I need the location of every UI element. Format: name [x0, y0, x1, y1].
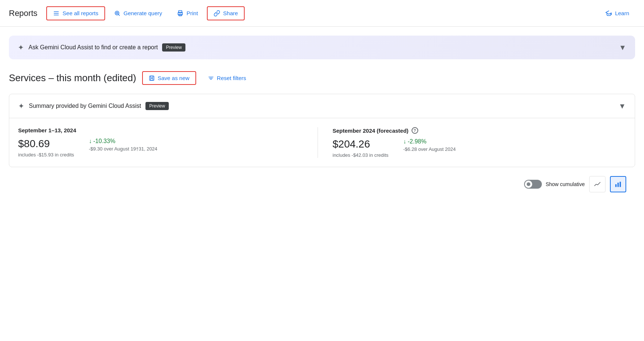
summary-card-body: September 1–13, 2024 $80.69 includes -$1…	[9, 118, 635, 167]
graduation-cap-icon	[606, 10, 612, 17]
info-icon[interactable]: ?	[412, 127, 418, 134]
col2-arrow-down-icon: ↓	[403, 138, 406, 145]
col2-amount: $204.26	[333, 138, 389, 150]
col1-change-detail: -$9.30 over August 19†31, 2024	[89, 146, 157, 152]
col2-change-block: ↓ -2.98% -$6.28 over August 2024	[403, 138, 456, 152]
col2-change-detail: -$6.28 over August 2024	[403, 146, 456, 152]
col1-change-block: ↓ -10.33% -$9.30 over August 19†31, 2024	[89, 138, 157, 152]
line-chart-button[interactable]	[589, 176, 606, 192]
svg-rect-1	[54, 13, 59, 14]
svg-rect-11	[151, 78, 153, 80]
svg-line-5	[118, 14, 120, 16]
print-button[interactable]: Print	[171, 7, 204, 20]
bottom-bar: Show cumulative	[9, 170, 635, 198]
col1-period: September 1–13, 2024	[18, 127, 303, 133]
col2-amount-block: $204.26 includes -$42.03 in credits	[333, 138, 389, 158]
svg-rect-16	[617, 183, 618, 187]
svg-rect-10	[151, 76, 153, 78]
col1-change-pct: ↓ -10.33%	[89, 138, 115, 145]
col1-data-row: $80.69 includes -$15.93 in credits ↓ -10…	[18, 138, 303, 158]
report-header: Services – this month (edited) Save as n…	[9, 71, 635, 85]
save-icon	[149, 75, 155, 81]
filter-icon	[208, 75, 214, 81]
show-cumulative-toggle[interactable]: Show cumulative	[524, 180, 585, 189]
share-button[interactable]: Share	[207, 6, 245, 20]
top-nav: Reports See all reports Generate query P…	[0, 0, 644, 27]
gemini-banner-chevron-icon[interactable]: ▼	[619, 43, 626, 52]
col2-period: September 2024 (forecasted) ?	[333, 127, 617, 134]
learn-button[interactable]: Learn	[600, 7, 635, 20]
reset-filters-button[interactable]: Reset filters	[202, 72, 252, 84]
svg-rect-15	[616, 184, 617, 187]
col2-change-pct: ↓ -2.98%	[403, 138, 427, 145]
svg-rect-17	[620, 182, 621, 187]
gemini-preview-badge: Preview	[162, 43, 185, 52]
col2-data-row: $204.26 includes -$42.03 in credits ↓ -2…	[333, 138, 617, 158]
bar-chart-button[interactable]	[610, 176, 626, 192]
summary-preview-badge: Preview	[145, 102, 169, 110]
svg-rect-2	[54, 14, 59, 15]
toggle-switch[interactable]	[524, 180, 542, 189]
summary-col-1: September 1–13, 2024 $80.69 includes -$1…	[18, 127, 318, 158]
generate-query-button[interactable]: Generate query	[108, 7, 168, 20]
page-content: Services – this month (edited) Save as n…	[0, 59, 644, 207]
bar-chart-icon	[614, 181, 622, 188]
summary-card-header-left: ✦ Summary provided by Gemini Cloud Assis…	[18, 102, 169, 110]
col2-credits: includes -$42.03 in credits	[333, 152, 389, 158]
list-icon	[53, 10, 60, 17]
page-title: Reports	[9, 9, 37, 18]
summary-card: ✦ Summary provided by Gemini Cloud Assis…	[9, 94, 635, 167]
summary-card-chevron-icon[interactable]: ▼	[618, 102, 626, 110]
svg-rect-0	[54, 11, 59, 12]
search-circle-icon	[114, 10, 121, 17]
col1-arrow-down-icon: ↓	[89, 138, 92, 145]
gemini-star-icon: ✦	[18, 43, 24, 52]
col1-amount: $80.69	[18, 138, 74, 150]
col1-credits: includes -$15.93 in credits	[18, 152, 74, 158]
line-chart-icon	[594, 181, 601, 188]
toggle-thumb-icon	[527, 182, 530, 186]
report-title: Services – this month (edited)	[9, 72, 136, 84]
see-all-reports-button[interactable]: See all reports	[46, 6, 105, 20]
svg-point-4	[116, 12, 118, 14]
gemini-banner-left: ✦ Ask Gemini Cloud Assist to find or cre…	[18, 43, 185, 52]
summary-card-header[interactable]: ✦ Summary provided by Gemini Cloud Assis…	[9, 94, 635, 118]
show-cumulative-label: Show cumulative	[546, 181, 585, 187]
save-as-new-button[interactable]: Save as new	[142, 71, 196, 85]
toggle-thumb	[525, 181, 532, 188]
col1-amount-block: $80.69 includes -$15.93 in credits	[18, 138, 74, 158]
print-icon	[177, 10, 184, 17]
gemini-star-icon-2: ✦	[18, 102, 24, 110]
gemini-banner[interactable]: ✦ Ask Gemini Cloud Assist to find or cre…	[9, 36, 635, 59]
share-icon	[214, 10, 220, 17]
summary-col-2: September 2024 (forecasted) ? $204.26 in…	[318, 127, 626, 158]
